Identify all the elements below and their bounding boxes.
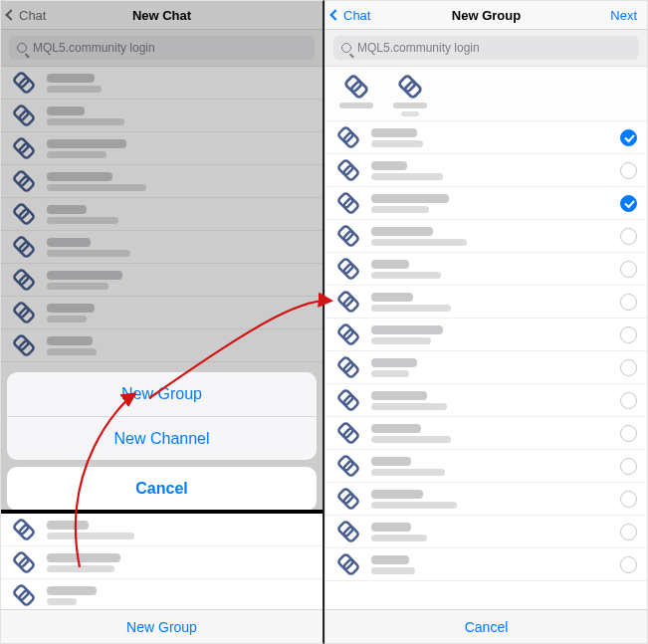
mq-icon xyxy=(11,549,37,575)
mq-icon xyxy=(11,517,37,542)
svg-rect-38 xyxy=(337,291,354,308)
svg-rect-22 xyxy=(13,584,30,601)
checkbox-icon[interactable] xyxy=(620,556,637,573)
mq-icon xyxy=(11,582,37,608)
left-screen: Chat New Chat MQL5.community login xyxy=(0,0,324,644)
checkbox-icon[interactable] xyxy=(620,326,637,343)
list-item[interactable] xyxy=(325,286,647,319)
svg-rect-24 xyxy=(344,75,362,93)
svg-rect-40 xyxy=(337,323,354,340)
svg-rect-42 xyxy=(337,356,354,373)
back-button[interactable]: Chat xyxy=(331,8,370,23)
svg-rect-35 xyxy=(342,230,359,247)
svg-rect-33 xyxy=(342,197,359,214)
svg-rect-29 xyxy=(342,131,359,148)
checkbox-icon[interactable] xyxy=(620,392,637,409)
mq-icon xyxy=(342,73,370,101)
list-item[interactable] xyxy=(1,546,323,579)
bottom-bar[interactable]: New Group xyxy=(1,609,323,643)
svg-rect-55 xyxy=(342,558,359,575)
list-item[interactable] xyxy=(325,319,647,351)
checkbox-icon[interactable] xyxy=(620,162,637,179)
svg-rect-41 xyxy=(342,328,359,345)
checkbox-icon[interactable] xyxy=(620,228,637,245)
selected-avatars xyxy=(325,67,647,121)
svg-rect-49 xyxy=(342,460,359,477)
mq-icon xyxy=(335,124,361,150)
back-label: Chat xyxy=(343,8,370,23)
svg-rect-27 xyxy=(404,81,422,99)
svg-rect-51 xyxy=(342,493,359,510)
bottom-label: Cancel xyxy=(465,619,509,635)
mq-icon xyxy=(335,354,361,380)
list-item[interactable] xyxy=(325,483,647,516)
list-item[interactable] xyxy=(325,384,647,417)
chevron-left-icon xyxy=(329,9,340,20)
nav-title: New Group xyxy=(452,8,521,23)
mq-icon xyxy=(396,73,424,101)
list-item[interactable] xyxy=(325,417,647,450)
list-item[interactable] xyxy=(325,187,647,220)
contact-list[interactable] xyxy=(325,121,647,581)
checkbox-icon[interactable] xyxy=(620,425,637,442)
new-channel-option[interactable]: New Channel xyxy=(7,416,317,460)
mq-icon xyxy=(335,387,361,413)
new-group-option[interactable]: New Group xyxy=(7,372,317,416)
action-sheet: New Group New Channel Cancel xyxy=(7,372,317,511)
checkbox-icon[interactable] xyxy=(620,294,637,311)
checkbox-icon[interactable] xyxy=(620,524,637,540)
checkbox-checked-icon[interactable] xyxy=(620,195,637,212)
avatar[interactable] xyxy=(389,73,431,116)
mq-icon xyxy=(335,322,361,347)
contact-list-below[interactable] xyxy=(1,514,323,612)
list-item[interactable] xyxy=(325,220,647,253)
svg-rect-31 xyxy=(342,164,359,181)
mq-icon xyxy=(335,190,361,216)
list-item[interactable] xyxy=(1,579,323,612)
svg-rect-28 xyxy=(337,126,354,143)
list-item[interactable] xyxy=(325,548,647,581)
checkbox-icon[interactable] xyxy=(620,458,637,475)
search-placeholder: MQL5.community login xyxy=(357,41,480,55)
svg-rect-34 xyxy=(337,225,354,242)
mq-icon xyxy=(335,420,361,446)
list-item[interactable] xyxy=(325,516,647,548)
svg-rect-43 xyxy=(342,361,359,378)
mq-icon xyxy=(335,519,361,544)
list-item[interactable] xyxy=(325,121,647,154)
svg-rect-45 xyxy=(342,394,359,411)
search-input[interactable]: MQL5.community login xyxy=(333,36,639,60)
checkbox-icon[interactable] xyxy=(620,359,637,376)
svg-rect-23 xyxy=(18,589,35,606)
svg-rect-52 xyxy=(337,521,354,537)
list-item[interactable] xyxy=(325,351,647,384)
mq-icon xyxy=(335,453,361,479)
mq-icon xyxy=(335,551,361,577)
list-item[interactable] xyxy=(325,253,647,286)
list-item[interactable] xyxy=(325,154,647,187)
svg-rect-50 xyxy=(337,488,354,505)
svg-rect-30 xyxy=(337,159,354,176)
checkbox-icon[interactable] xyxy=(620,491,637,508)
checkbox-icon[interactable] xyxy=(620,261,637,278)
checkbox-checked-icon[interactable] xyxy=(620,129,637,146)
svg-rect-44 xyxy=(337,389,354,406)
bottom-bar[interactable]: Cancel xyxy=(325,609,647,643)
svg-rect-46 xyxy=(337,422,354,439)
list-item[interactable] xyxy=(1,514,323,546)
svg-rect-53 xyxy=(342,526,359,542)
search-wrap: MQL5.community login xyxy=(325,30,647,67)
mq-icon xyxy=(335,289,361,315)
svg-rect-26 xyxy=(398,75,416,93)
bottom-label: New Group xyxy=(126,619,197,635)
next-button[interactable]: Next xyxy=(610,8,637,23)
svg-rect-48 xyxy=(337,455,354,472)
mq-icon xyxy=(335,157,361,183)
mq-icon xyxy=(335,223,361,249)
mq-icon xyxy=(335,256,361,282)
cancel-button[interactable]: Cancel xyxy=(7,467,317,511)
svg-rect-19 xyxy=(18,524,35,540)
list-item[interactable] xyxy=(325,450,647,483)
avatar[interactable] xyxy=(335,73,377,116)
svg-rect-54 xyxy=(337,553,354,570)
